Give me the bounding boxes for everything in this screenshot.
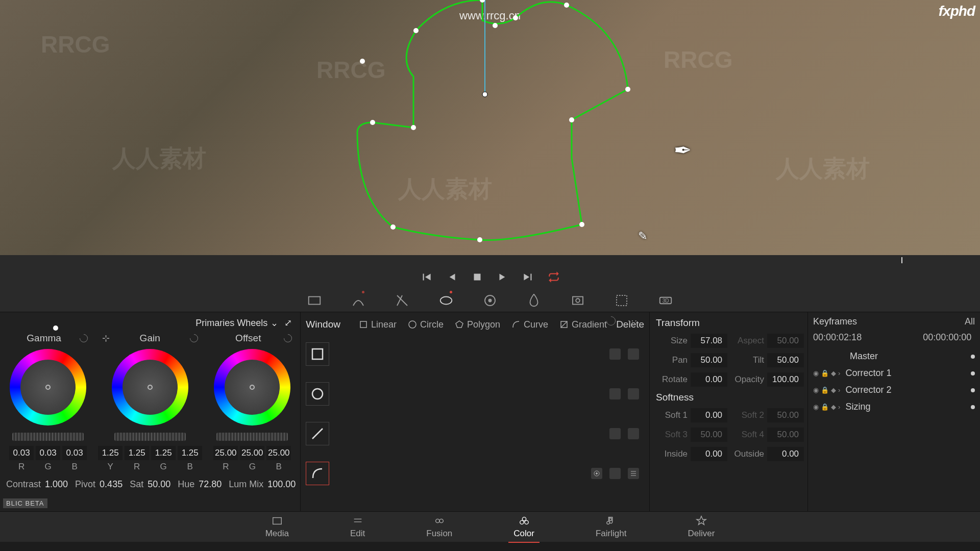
chevron-right-icon[interactable]: › <box>838 386 840 394</box>
add-linear-button[interactable]: Linear <box>359 319 397 330</box>
lock-icon[interactable]: 🔒 <box>821 386 829 394</box>
mask-mode-icon[interactable] <box>609 428 621 439</box>
page-fusion[interactable]: Fusion <box>426 515 452 539</box>
color-wheel[interactable] <box>112 349 188 425</box>
window-tab[interactable] <box>438 293 454 308</box>
chevron-right-icon[interactable]: › <box>838 403 840 411</box>
eye-icon[interactable]: ◉ <box>813 369 819 377</box>
sizing-tab[interactable] <box>614 293 629 308</box>
camera-raw-tab[interactable] <box>307 293 322 308</box>
keyframe-marker[interactable] <box>971 388 975 392</box>
param-value[interactable]: 50.00 <box>691 353 727 367</box>
jog-wheel[interactable] <box>114 433 186 441</box>
param-value[interactable]: 57.08 <box>691 334 727 348</box>
channel-value[interactable]: 1.25 <box>151 446 176 460</box>
jog-wheel[interactable] <box>216 433 288 441</box>
invert-icon[interactable] <box>628 348 639 360</box>
page-deliver[interactable]: Deliver <box>688 515 715 539</box>
picker-icon[interactable]: ⊹ <box>102 333 110 344</box>
diamond-icon[interactable]: ◆ <box>831 403 836 411</box>
reset-icon[interactable] <box>78 333 90 344</box>
stereo-tab[interactable]: 3D <box>658 293 673 308</box>
mask-mode-icon[interactable] <box>609 388 621 399</box>
add-polygon-button[interactable]: Polygon <box>455 319 500 330</box>
more-icon[interactable]: ⋯ <box>627 314 639 327</box>
tracker-tab[interactable] <box>482 293 498 308</box>
shape-label: Gradient <box>572 319 607 330</box>
viewer[interactable]: RRCG 人人素材 RRCG 人人素材 RRCG 人人素材 www.rrcg.c… <box>0 0 980 255</box>
page-media[interactable]: Media <box>265 515 289 539</box>
param-value[interactable]: 0.00 <box>691 408 727 422</box>
chevron-right-icon[interactable]: › <box>838 369 840 377</box>
channel-value[interactable]: 25.00 <box>240 446 264 460</box>
param-value[interactable]: 72.80 <box>199 479 222 490</box>
first-frame-button[interactable] <box>420 270 433 284</box>
param-value[interactable]: 100.00 <box>267 479 296 490</box>
param-value: 50.00 <box>767 408 804 422</box>
primaries-mode-selector[interactable]: Primaries Wheels ⌄ <box>195 317 278 329</box>
page-edit[interactable]: Edit <box>350 515 365 539</box>
lock-icon[interactable]: 🔒 <box>821 369 829 377</box>
play-button[interactable] <box>496 270 509 284</box>
channel-value[interactable]: 0.03 <box>36 446 60 460</box>
diamond-icon[interactable]: ◆ <box>831 369 836 377</box>
mask-mode-icon[interactable] <box>609 348 621 360</box>
param-value[interactable]: 0.00 <box>767 447 804 461</box>
add-gradient-button[interactable]: Gradient <box>559 319 607 330</box>
param-value[interactable]: 50.00 <box>148 479 170 490</box>
lock-icon[interactable]: 🔒 <box>821 403 829 411</box>
param-value[interactable]: 0.435 <box>100 479 122 490</box>
channel-value[interactable]: 1.25 <box>98 446 122 460</box>
last-frame-button[interactable] <box>522 270 535 284</box>
key-tab[interactable] <box>570 293 585 308</box>
page-fairlight[interactable]: Fairlight <box>596 515 626 539</box>
page-color[interactable]: Color <box>513 515 534 539</box>
kf-row[interactable]: ◉🔒◆›Sizing <box>813 398 975 415</box>
diamond-icon[interactable]: ◆ <box>831 386 836 394</box>
invert-icon[interactable] <box>628 388 639 399</box>
param-value[interactable]: 0.00 <box>691 372 727 387</box>
play-reverse-button[interactable] <box>445 270 458 284</box>
window-row-polygon[interactable] <box>306 419 639 448</box>
timeline-scrubber[interactable] <box>0 255 980 265</box>
param-value[interactable]: 50.00 <box>767 353 804 367</box>
keyframe-marker[interactable] <box>971 405 975 409</box>
channel-value[interactable]: 25.00 <box>213 446 238 460</box>
invert-icon[interactable] <box>628 428 639 439</box>
window-row-curve[interactable] <box>306 459 639 488</box>
tracker-icon[interactable] <box>591 468 602 479</box>
kf-row[interactable]: ◉🔒◆›Corrector 2 <box>813 382 975 398</box>
window-row-linear[interactable] <box>306 340 639 368</box>
eye-icon[interactable]: ◉ <box>813 386 819 394</box>
channel-value[interactable]: 1.25 <box>125 446 149 460</box>
reset-icon[interactable] <box>188 333 200 344</box>
param-value[interactable]: 100.00 <box>767 372 804 387</box>
color-wheel[interactable] <box>214 349 290 425</box>
jog-wheel[interactable] <box>12 433 84 441</box>
reset-icon[interactable] <box>282 333 294 344</box>
keyframe-marker[interactable] <box>971 371 975 375</box>
param-value[interactable]: 0.00 <box>691 447 727 461</box>
eye-icon[interactable]: ◉ <box>813 403 819 411</box>
mask-mode-icon[interactable] <box>609 468 621 479</box>
add-circle-button[interactable]: Circle <box>408 319 444 330</box>
stop-button[interactable] <box>471 270 484 284</box>
color-wheel[interactable] <box>10 349 86 425</box>
add-curve-button[interactable]: Curve <box>511 319 548 330</box>
channel-value[interactable]: 0.03 <box>9 446 34 460</box>
channel-value[interactable]: 0.03 <box>62 446 87 460</box>
param-value[interactable]: 1.000 <box>45 479 68 490</box>
curves-tab[interactable] <box>351 293 366 308</box>
kf-row[interactable]: ◉🔒◆›Corrector 1 <box>813 365 975 382</box>
keyframes-mode[interactable]: All <box>965 316 975 327</box>
loop-button[interactable] <box>547 270 560 284</box>
channel-value[interactable]: 25.00 <box>266 446 291 460</box>
kf-master-row[interactable]: Master <box>813 348 975 365</box>
power-window-mask[interactable] <box>0 0 980 255</box>
window-row-circle[interactable] <box>306 380 639 408</box>
invert-icon[interactable] <box>628 468 639 479</box>
blur-tab[interactable] <box>526 293 542 308</box>
channel-value[interactable]: 1.25 <box>178 446 202 460</box>
color-warper-tab[interactable] <box>395 293 410 308</box>
expand-icon[interactable]: ⤢ <box>284 317 292 329</box>
